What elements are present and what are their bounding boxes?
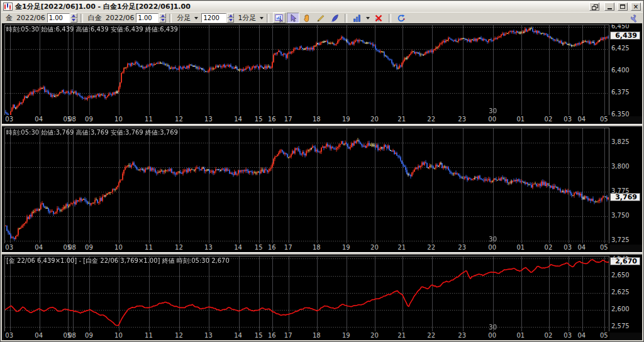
- chart-style-button[interactable]: [351, 13, 364, 23]
- spread-price-axis: 2,670 2,6752,6502,6252,6002,575: [609, 256, 642, 333]
- platinum-price-axis: 3,769 3,8253,8003,7753,7503,725: [609, 128, 642, 245]
- time-tick-label: 15: [255, 244, 263, 251]
- time-tick-label: 16: [268, 332, 276, 339]
- gold-multiplier-input[interactable]: [47, 13, 70, 23]
- spread-chart-canvas[interactable]: [5, 256, 609, 332]
- float-window-icon: [592, 4, 597, 9]
- time-tick-label: 04: [35, 332, 43, 339]
- price-tick-label: 3,800: [611, 163, 630, 170]
- time-tick-label: 04: [577, 116, 586, 123]
- price-tick-label: 3,750: [611, 212, 630, 219]
- gold-price-axis: 6,439 6,4506,4256,4006,3756,350: [609, 25, 642, 116]
- bar-type-dropdown[interactable]: 分足: [177, 13, 191, 23]
- time-tick-label: 19: [342, 244, 350, 251]
- draw-freehand-button[interactable]: [328, 13, 341, 23]
- toolbar-separator: [345, 14, 347, 23]
- time-tick-label: 02: [545, 332, 553, 339]
- maximize-button[interactable]: [618, 3, 628, 11]
- time-tick-label: 10: [114, 116, 123, 123]
- refresh-button[interactable]: [395, 13, 408, 23]
- price-tick-label: 6,350: [611, 111, 630, 116]
- bar-chart-icon: [353, 14, 362, 23]
- time-tick-label: 22: [427, 116, 435, 123]
- chart-cursor-button[interactable]: [273, 13, 286, 23]
- time-tick-label: 11: [145, 244, 153, 251]
- price-tick-label: 6,450: [611, 25, 630, 30]
- toolbar-separator: [389, 14, 391, 23]
- time-tick-label: 14: [234, 244, 242, 251]
- time-tick-label: 08: [68, 116, 76, 123]
- chevron-down-icon: [194, 17, 198, 19]
- time-tick-label: 11: [145, 116, 153, 123]
- delete-drawings-button[interactable]: [372, 13, 385, 23]
- time-tick-label: 02: [545, 244, 553, 251]
- time-tick-label: 03: [5, 332, 13, 339]
- time-tick-label: 08: [68, 244, 76, 251]
- time-tick-label: 03: [564, 332, 572, 339]
- toolbar-separator: [267, 14, 269, 23]
- float-window-button[interactable]: [589, 3, 599, 11]
- time-tick-label: 14: [234, 116, 242, 123]
- time-tick-label: 21: [397, 116, 406, 123]
- time-tick-label: 01: [516, 332, 525, 339]
- time-tick-label: 19: [342, 332, 350, 339]
- time-tick-label: 16: [268, 116, 276, 123]
- platinum-contract-month[interactable]: 2022/06: [106, 14, 135, 22]
- gold-chart-canvas[interactable]: [5, 25, 609, 116]
- chart-cursor-icon: [275, 14, 284, 23]
- price-tick-label: 6,425: [611, 45, 630, 52]
- price-tick-label: 2,625: [611, 289, 630, 295]
- pencil-icon: [316, 14, 325, 23]
- interval-dropdown[interactable]: 1分足: [238, 13, 256, 23]
- time-tick-label: 21: [397, 332, 406, 339]
- time-tick-label: 03: [5, 244, 13, 251]
- quill-icon: [330, 14, 339, 23]
- gold-chart-panel: 時刻:05:30 始値:6,439 高値:6,439 安値:6,439 終値:6…: [2, 23, 642, 124]
- close-button[interactable]: ×: [631, 3, 641, 11]
- pan-hand-icon: [303, 14, 311, 23]
- gold-multiplier-stepper[interactable]: [70, 13, 77, 23]
- time-tick-label: 17: [284, 116, 292, 123]
- bar-count-input[interactable]: [201, 13, 226, 23]
- platinum-chart-panel: 時刻:05:30 始値:3,769 高値:3,769 安値:3,769 終値:3…: [2, 126, 642, 252]
- price-tick-label: 6,400: [611, 67, 630, 74]
- time-tick-label: 03: [564, 116, 572, 123]
- platinum-symbol-label: 白金: [88, 13, 102, 23]
- bar-count-stepper[interactable]: [227, 13, 234, 23]
- chevron-down-icon[interactable]: [366, 17, 370, 19]
- select-tool-button[interactable]: [287, 13, 299, 23]
- refresh-icon: [397, 14, 406, 23]
- time-tick-label: 15: [255, 116, 263, 123]
- time-tick-label: 04: [577, 332, 586, 339]
- time-tick-label: 04: [577, 244, 586, 251]
- time-tick-label: 13: [204, 116, 213, 123]
- price-tick-label: 2,650: [611, 272, 630, 279]
- time-tick-label: 05: [600, 244, 608, 251]
- platinum-chart-canvas[interactable]: [5, 128, 609, 244]
- time-tick-label: 13: [204, 244, 213, 251]
- maximize-icon: [620, 4, 625, 9]
- time-tick-label: 09: [85, 116, 93, 123]
- time-tick-label: 14: [234, 332, 242, 339]
- gold-contract-month[interactable]: 2022/06: [16, 14, 45, 22]
- time-tick-label: 00: [488, 116, 496, 123]
- time-tick-label: 03: [5, 116, 13, 123]
- platinum-multiplier-input[interactable]: [136, 13, 158, 23]
- minimize-button[interactable]: [604, 3, 614, 11]
- chart-stack: 時刻:05:30 始値:6,439 高値:6,439 安値:6,439 終値:6…: [2, 23, 642, 340]
- settings-button[interactable]: [626, 13, 639, 23]
- time-tick-label: 23: [458, 332, 466, 339]
- app-window: 金1分足[2022/06]1.00 - 白金1分足[2022/06]1.00 ×…: [0, 0, 644, 342]
- time-tick-label: 01: [516, 244, 525, 251]
- gold-symbol-label: 金: [6, 13, 13, 23]
- platinum-multiplier-stepper[interactable]: [159, 13, 166, 23]
- draw-line-button[interactable]: [314, 13, 327, 23]
- time-tick-label: 23: [458, 116, 466, 123]
- spread-plot-area: [金 22/06 6,439×1.00] - [白金 22/06 3,769×1…: [4, 256, 609, 333]
- platinum-plot-area: 時刻:05:30 始値:3,769 高値:3,769 安値:3,769 終値:3…: [4, 128, 609, 245]
- time-tick-label: 15: [255, 332, 263, 339]
- time-tick-label: 20: [370, 116, 379, 123]
- title-bar[interactable]: 金1分足[2022/06]1.00 - 白金1分足[2022/06]1.00 ×: [1, 1, 643, 12]
- time-tick-label: 13: [204, 332, 213, 339]
- pan-tool-button[interactable]: [301, 13, 313, 23]
